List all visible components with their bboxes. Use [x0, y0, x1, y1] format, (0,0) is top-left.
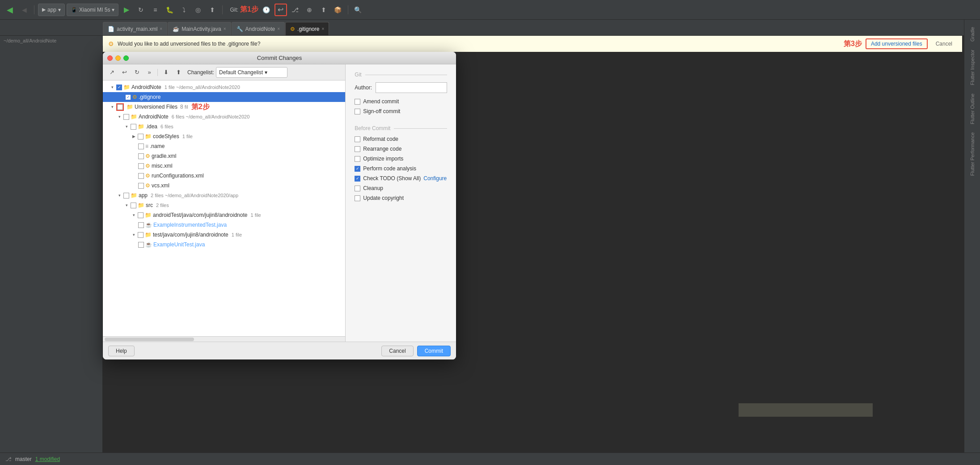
checkbox-name[interactable] [138, 144, 144, 149]
stash-btn[interactable]: 📦 [332, 4, 344, 16]
add-file-btn[interactable]: ↗ [106, 67, 117, 78]
help-button[interactable]: Help [108, 346, 135, 356]
refresh-btn[interactable]: ↻ [135, 4, 147, 16]
gradle-panel-label[interactable]: Gradle [968, 23, 977, 45]
author-input[interactable] [376, 82, 447, 93]
undo-button[interactable]: ↩ [275, 4, 287, 16]
horizontal-scrollbar[interactable] [105, 338, 194, 341]
checkbox-androidnote-root[interactable]: ✓ [116, 85, 122, 90]
checkbox-runconf-xml[interactable] [138, 173, 144, 179]
tree-item-androidtest[interactable]: ▾ 📁 androidTest/java/com/jujin8/androidn… [103, 210, 345, 220]
notification-cancel-button[interactable]: Cancel [931, 39, 957, 48]
tree-item-idea[interactable]: ▾ 📁 .idea 6 files [103, 122, 345, 131]
checkbox-misc-xml[interactable] [138, 163, 144, 169]
clock-btn[interactable]: 🕐 [260, 4, 273, 16]
minimize-window-btn[interactable] [115, 55, 121, 61]
checkbox-update-copyright[interactable] [355, 195, 360, 201]
changelist-dropdown[interactable]: Default Changelist ▾ [216, 67, 287, 78]
expand-btn[interactable]: ⬇ [161, 67, 171, 78]
app-dropdown[interactable]: ▶ app ▾ [38, 4, 65, 16]
checkbox-app[interactable] [123, 193, 129, 199]
checkbox-amend-commit[interactable] [355, 99, 360, 105]
profile-btn[interactable]: ◎ [192, 4, 204, 16]
more-btn[interactable]: » [144, 67, 155, 78]
checkbox-cleanup[interactable] [355, 186, 360, 191]
expand-idea[interactable]: ▾ [124, 124, 129, 129]
checkbox-check-todo[interactable]: ✓ [355, 176, 360, 182]
undo-change-btn[interactable]: ↩ [119, 67, 130, 78]
list-btn[interactable]: ≡ [149, 4, 161, 16]
flutter-performance-panel-label[interactable]: Flutter Performance [968, 129, 977, 179]
flutter-inspector-panel-label[interactable]: Flutter Inspector [968, 46, 977, 89]
tree-item-androidnote-root[interactable]: ▾ ✓ 📁 AndroidNote 1 file ~/demo_all/Andr… [103, 82, 345, 92]
expand-androidnote[interactable]: ▾ [110, 85, 115, 89]
run-btn[interactable]: ▶ [120, 4, 133, 16]
modified-badge[interactable]: 1 modified [35, 456, 60, 462]
bug-btn[interactable]: 🐛 [163, 4, 176, 16]
tree-item-test[interactable]: ▾ 📁 test/java/com/jujin8/androidnote 1 f… [103, 230, 345, 240]
checkbox-signoff[interactable] [355, 109, 360, 114]
tree-item-unversioned[interactable]: ▾ 📁 Unversioned Files 8 fil 第2步 [103, 102, 345, 112]
expand-androidnote-sub[interactable]: ▾ [117, 114, 122, 119]
tree-item-name[interactable]: ≡ .name [103, 141, 345, 151]
expand-androidtest[interactable]: ▾ [131, 213, 136, 217]
expand-test[interactable]: ▾ [131, 232, 136, 237]
tree-item-androidnote-sub[interactable]: ▾ 📁 AndroidNote 6 files ~/demo_all/Andro… [103, 112, 345, 122]
tree-item-unit-test[interactable]: ☕ ExampleUnitTest.java [103, 240, 345, 249]
tab-close-androidnote[interactable]: × [277, 26, 280, 31]
checkbox-unit-test[interactable] [138, 242, 144, 248]
checkbox-androidtest[interactable] [138, 212, 144, 218]
checkbox-unversioned[interactable] [117, 104, 123, 110]
cancel-button[interactable]: Cancel [381, 346, 413, 356]
update-btn[interactable]: ⬆ [206, 4, 219, 16]
tree-item-instrumented-test[interactable]: ☕ ExampleInstrumentedTest.java [103, 220, 345, 230]
scrollbar-area[interactable] [103, 336, 345, 342]
expand-unversioned[interactable]: ▾ [110, 105, 115, 109]
checkbox-vcs-xml[interactable] [138, 183, 144, 189]
checkbox-perform-analysis[interactable]: ✓ [355, 166, 360, 172]
branch-btn[interactable]: ⎇ [289, 4, 301, 16]
checkbox-rearrange[interactable] [355, 146, 360, 152]
checkbox-androidnote-sub[interactable] [123, 114, 129, 120]
tab-activity-main[interactable]: 📄 activity_main.xml × [103, 22, 167, 35]
checkbox-test[interactable] [138, 232, 144, 238]
configure-link[interactable]: Configure [423, 175, 447, 182]
tree-item-gitignore[interactable]: ✓ ⚙ .gitignore [103, 92, 345, 102]
refresh-changelist-btn[interactable]: ↻ [131, 67, 142, 78]
expand-src[interactable]: ▾ [124, 203, 129, 207]
commit-button[interactable]: Commit [417, 346, 451, 356]
checkbox-gitignore[interactable]: ✓ [125, 94, 131, 100]
tree-item-runconf-xml[interactable]: ⚙ runConfigurations.xml [103, 171, 345, 181]
collapse-btn[interactable]: ⬆ [173, 67, 184, 78]
back-btn[interactable]: ◀ [4, 4, 16, 16]
tab-gitignore[interactable]: ⚙ .gitignore × [285, 22, 329, 35]
tree-item-codestyles[interactable]: ▶ 📁 codeStyles 1 file [103, 131, 345, 141]
tab-close-activity[interactable]: × [160, 26, 162, 31]
step-over-btn[interactable]: ⤵ [177, 4, 190, 16]
tree-item-app[interactable]: ▾ 📁 app 2 files ~/demo_all/AndroidNote20… [103, 190, 345, 200]
tree-item-vcs-xml[interactable]: ⚙ vcs.xml [103, 181, 345, 190]
tree-item-misc-xml[interactable]: ⚙ misc.xml [103, 161, 345, 171]
checkbox-src[interactable] [131, 203, 136, 208]
expand-app[interactable]: ▾ [117, 193, 122, 198]
checkbox-instrumented-test[interactable] [138, 222, 144, 228]
close-window-btn[interactable] [107, 55, 113, 61]
tab-close-gitignore[interactable]: × [321, 26, 324, 31]
device-dropdown[interactable]: 📱 Xiaomi MI 5s ▾ [67, 4, 118, 16]
tab-close-main[interactable]: × [224, 26, 226, 31]
maximize-window-btn[interactable] [123, 55, 129, 61]
find-btn[interactable]: 🔍 [352, 4, 364, 16]
checkbox-optimize[interactable] [355, 156, 360, 162]
add-unversioned-button[interactable]: Add unversioned files [866, 38, 928, 49]
expand-codestyles[interactable]: ▶ [131, 134, 136, 139]
checkbox-gradle-xml[interactable] [138, 153, 144, 159]
tab-androidnote[interactable]: 🔧 AndroidNote × [232, 22, 285, 35]
checkbox-reformat[interactable] [355, 136, 360, 142]
flutter-outline-panel-label[interactable]: Flutter Outline [968, 90, 977, 128]
tab-mainactivity[interactable]: ☕ MainActivity.java × [168, 22, 231, 35]
checkbox-codestyles[interactable] [138, 134, 144, 140]
tree-item-gradle-xml[interactable]: ⚙ gradle.xml [103, 151, 345, 161]
merge-btn[interactable]: ⊕ [303, 4, 316, 16]
checkbox-idea[interactable] [131, 124, 136, 130]
tree-item-src[interactable]: ▾ 📁 src 2 files [103, 200, 345, 210]
